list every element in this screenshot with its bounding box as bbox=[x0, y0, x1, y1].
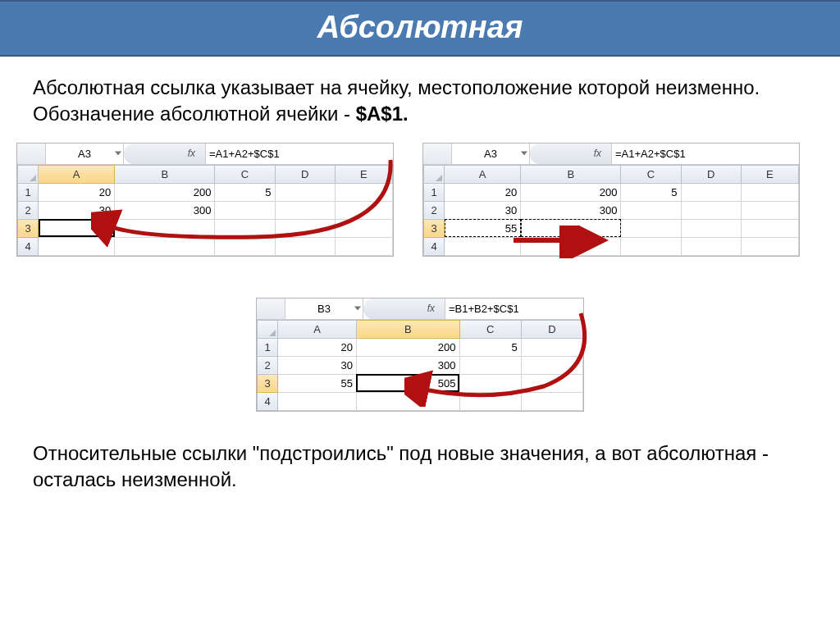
select-all-corner[interactable] bbox=[18, 165, 39, 183]
select-all-corner[interactable] bbox=[258, 320, 278, 338]
cell[interactable] bbox=[741, 219, 798, 237]
col-header[interactable]: B bbox=[115, 165, 215, 183]
fx-icon[interactable]: fx bbox=[422, 303, 440, 314]
cell[interactable] bbox=[741, 237, 798, 255]
cell[interactable]: 30 bbox=[278, 356, 357, 374]
cell[interactable] bbox=[459, 356, 521, 374]
cell[interactable] bbox=[335, 183, 392, 201]
cell[interactable]: 30 bbox=[445, 201, 521, 219]
cell[interactable] bbox=[115, 219, 215, 237]
spreadsheet-grid[interactable]: A B C D E 1 20 200 5 2 30 300 bbox=[17, 165, 393, 256]
col-header[interactable]: C bbox=[215, 165, 275, 183]
name-box[interactable]: B3 bbox=[285, 299, 363, 319]
cell[interactable] bbox=[521, 356, 582, 374]
fx-icon[interactable]: fx bbox=[183, 148, 200, 159]
cell[interactable]: 300 bbox=[521, 201, 621, 219]
cell[interactable]: 55 bbox=[445, 219, 521, 237]
cell[interactable] bbox=[741, 183, 798, 201]
col-header[interactable]: D bbox=[521, 320, 582, 338]
cell[interactable] bbox=[356, 392, 459, 410]
cell[interactable] bbox=[681, 183, 741, 201]
cell[interactable]: 200 bbox=[356, 338, 459, 356]
cell[interactable] bbox=[621, 237, 681, 255]
name-box[interactable]: A3 bbox=[46, 144, 124, 164]
cell-selected[interactable]: 505 bbox=[356, 374, 459, 392]
row-header[interactable]: 3 bbox=[258, 374, 278, 392]
cell-selected[interactable]: 55 bbox=[39, 219, 115, 237]
cell[interactable]: 5 bbox=[215, 183, 275, 201]
col-header[interactable]: A bbox=[278, 320, 357, 338]
formula-value[interactable]: =A1+A2+$C$1 bbox=[612, 148, 686, 160]
cell[interactable] bbox=[215, 201, 275, 219]
select-all-corner[interactable] bbox=[424, 165, 445, 183]
row-header[interactable]: 1 bbox=[258, 338, 278, 356]
cell[interactable] bbox=[459, 374, 521, 392]
row-header[interactable]: 4 bbox=[258, 392, 278, 410]
description-bold: $A$1. bbox=[356, 103, 409, 125]
cell[interactable] bbox=[741, 201, 798, 219]
cell[interactable]: 200 bbox=[521, 183, 621, 201]
col-header[interactable]: A bbox=[39, 165, 115, 183]
fx-icon[interactable]: fx bbox=[589, 148, 606, 159]
formula-value[interactable]: =A1+A2+$C$1 bbox=[206, 148, 280, 160]
cell[interactable]: 300 bbox=[115, 201, 215, 219]
cell[interactable] bbox=[621, 219, 681, 237]
formula-value[interactable]: =B1+B2+$C$1 bbox=[445, 303, 519, 315]
col-header[interactable]: A bbox=[445, 165, 521, 183]
cell[interactable] bbox=[459, 392, 521, 410]
cell[interactable]: 20 bbox=[39, 183, 115, 201]
col-header[interactable]: B bbox=[356, 320, 459, 338]
row-header[interactable]: 2 bbox=[424, 201, 445, 219]
cell-selected[interactable] bbox=[521, 219, 621, 237]
cell[interactable] bbox=[621, 201, 681, 219]
cell[interactable] bbox=[275, 237, 335, 255]
cell[interactable]: 55 bbox=[278, 374, 357, 392]
row-header[interactable]: 2 bbox=[258, 356, 278, 374]
row-header[interactable]: 3 bbox=[18, 219, 39, 237]
cell[interactable] bbox=[215, 237, 275, 255]
cell[interactable] bbox=[115, 237, 215, 255]
cell[interactable]: 5 bbox=[621, 183, 681, 201]
cell[interactable] bbox=[275, 183, 335, 201]
spreadsheet-grid[interactable]: A B C D E 1 20 200 5 2 30 300 bbox=[423, 165, 799, 256]
cell[interactable] bbox=[521, 338, 582, 356]
col-header[interactable]: C bbox=[459, 320, 521, 338]
col-header[interactable]: D bbox=[681, 165, 741, 183]
row-header[interactable]: 4 bbox=[424, 237, 445, 255]
spreadsheet-grid[interactable]: A B C D 1 20 200 5 2 30 300 3 55 bbox=[257, 320, 583, 411]
cell[interactable] bbox=[335, 237, 392, 255]
row-header[interactable]: 3 bbox=[424, 219, 445, 237]
cell[interactable] bbox=[521, 392, 582, 410]
cell[interactable] bbox=[445, 237, 521, 255]
cell[interactable]: 200 bbox=[115, 183, 215, 201]
cell[interactable] bbox=[335, 219, 392, 237]
cell[interactable] bbox=[278, 392, 357, 410]
col-header[interactable]: B bbox=[521, 165, 621, 183]
row-header[interactable]: 1 bbox=[424, 183, 445, 201]
row-header[interactable]: 2 bbox=[18, 201, 39, 219]
cell[interactable]: 5 bbox=[459, 338, 521, 356]
col-header[interactable]: E bbox=[741, 165, 798, 183]
cell[interactable] bbox=[39, 237, 115, 255]
cell[interactable] bbox=[215, 219, 275, 237]
col-header[interactable]: D bbox=[275, 165, 335, 183]
cell[interactable] bbox=[275, 219, 335, 237]
col-header[interactable]: C bbox=[621, 165, 681, 183]
cell[interactable] bbox=[521, 374, 582, 392]
cell[interactable]: 300 bbox=[356, 356, 459, 374]
row-header[interactable]: 1 bbox=[18, 183, 39, 201]
name-box[interactable]: A3 bbox=[452, 144, 530, 164]
cell[interactable] bbox=[681, 237, 741, 255]
cell[interactable]: 20 bbox=[445, 183, 521, 201]
cell[interactable] bbox=[521, 237, 621, 255]
cell[interactable] bbox=[681, 219, 741, 237]
footer-text: Относительные ссылки "подстроились" под … bbox=[0, 412, 840, 494]
row-header[interactable]: 4 bbox=[18, 237, 39, 255]
formula-bar: A3 fx =A1+A2+$C$1 bbox=[17, 144, 393, 165]
cell[interactable] bbox=[681, 201, 741, 219]
cell[interactable] bbox=[335, 201, 392, 219]
cell[interactable] bbox=[275, 201, 335, 219]
cell[interactable]: 20 bbox=[278, 338, 357, 356]
cell[interactable]: 30 bbox=[39, 201, 115, 219]
col-header[interactable]: E bbox=[335, 165, 392, 183]
